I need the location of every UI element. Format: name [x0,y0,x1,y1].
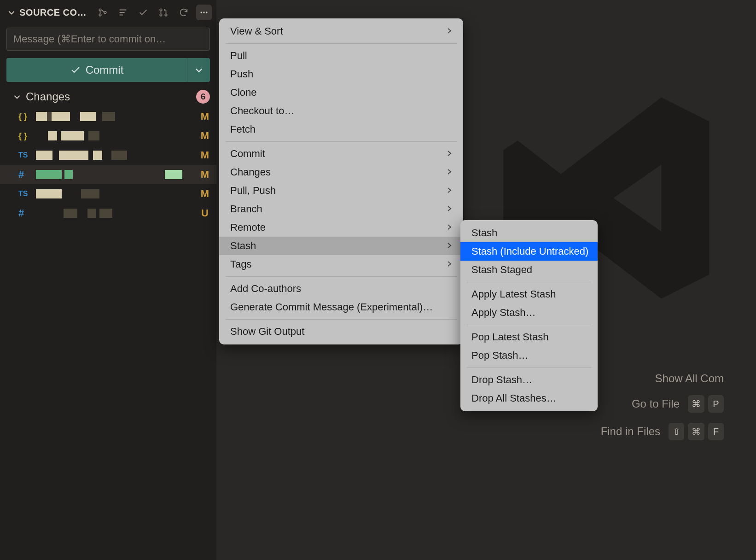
menu-item-label: Pop Stash… [471,350,529,362]
file-name-redacted [36,169,195,180]
menu-item[interactable]: Drop Stash… [460,371,598,389]
menu-item-label: Tags [230,258,251,270]
file-row[interactable]: { } M [0,126,216,146]
shortcut-label: Show All Com [655,372,724,385]
menu-item[interactable]: Add Co-authors [219,280,463,298]
menu-item-label: Checkout to… [230,105,294,117]
menu-item-label: Drop All Stashes… [471,392,557,404]
changes-count-badge: 6 [196,90,210,104]
file-row[interactable]: { } M [0,107,216,126]
menu-item[interactable]: View & Sort [219,22,463,41]
menu-item[interactable]: Stash [460,224,598,242]
file-row[interactable]: TS M [0,184,216,204]
shortcut-row: Go to File ⌘ P [632,395,724,413]
submenu-arrow-icon [447,222,452,233]
changes-section-header[interactable]: Changes 6 [0,87,216,107]
collapse-panel-icon[interactable] [7,8,16,17]
key: F [708,423,724,440]
menu-item-label: Pull [230,50,247,62]
menu-item-label: Push [230,68,253,80]
commit-message-input[interactable] [6,28,210,51]
file-status-modified: M [200,111,210,122]
menu-item[interactable]: Apply Stash… [460,303,598,322]
panel-header: SOURCE CO… [0,0,216,25]
menu-item[interactable]: Pull [219,47,463,65]
shortcut-label: Find in Files [601,425,660,438]
file-row[interactable]: TS M [0,146,216,165]
checkmark-icon[interactable] [137,6,149,18]
menu-item-label: Remote [230,222,266,233]
menu-item[interactable]: Show Git Output [219,322,463,341]
stash-submenu: StashStash (Include Untracked)Stash Stag… [460,220,598,411]
file-name-redacted [36,150,195,160]
menu-item-label: Clone [230,87,256,99]
key: ⇧ [669,423,684,440]
svg-point-8 [206,12,207,13]
file-row[interactable]: # M [0,165,216,184]
view-graph-icon[interactable] [97,6,109,18]
submenu-arrow-icon [447,258,452,270]
refresh-icon[interactable] [178,6,190,18]
menu-item-label: View & Sort [230,25,283,37]
welcome-shortcuts: Show All Com Go to File ⌘ P Find in File… [601,372,724,440]
svg-point-1 [99,14,101,16]
create-pr-icon[interactable] [157,6,169,18]
menu-item-label: Pop Latest Stash [471,331,549,343]
menu-item-label: Stash [471,227,497,239]
menu-item[interactable]: Stash [219,237,463,255]
commit-button[interactable]: Commit [6,58,187,82]
menu-item[interactable]: Clone [219,83,463,102]
ts-icon: TS [18,151,31,159]
svg-point-4 [160,14,162,16]
menu-item-label: Stash Staged [471,264,532,276]
commit-message-wrap [0,25,216,53]
panel-action-icons [97,6,190,18]
menu-item[interactable]: Stash Staged [460,261,598,279]
commit-dropdown-button[interactable] [187,58,210,82]
menu-item[interactable]: Changes [219,163,463,181]
svg-point-0 [99,9,101,11]
more-actions-button[interactable] [196,5,212,20]
menu-item[interactable]: Pop Latest Stash [460,328,598,346]
menu-item[interactable]: Branch [219,200,463,218]
menu-item-label: Show Git Output [230,326,304,338]
menu-item[interactable]: Pop Stash… [460,346,598,365]
svg-point-3 [160,9,162,11]
menu-item[interactable]: Generate Commit Message (Experimental)… [219,298,463,316]
shortcut-row: Show All Com [655,372,724,385]
list-icon[interactable] [117,6,129,18]
menu-item[interactable]: Pull, Push [219,181,463,200]
menu-item[interactable]: Push [219,65,463,83]
svg-point-7 [203,12,204,13]
commit-button-row: Commit [0,53,216,87]
submenu-arrow-icon [447,240,452,252]
menu-item[interactable]: Apply Latest Stash [460,285,598,303]
svg-point-2 [104,12,106,14]
file-row[interactable]: # U [0,204,216,223]
menu-item-label: Stash (Include Untracked) [471,245,588,257]
key: P [708,395,724,413]
shortcut-label: Go to File [632,397,680,410]
submenu-arrow-icon [447,203,452,215]
ts-icon: TS [18,190,31,198]
menu-item[interactable]: Remote [219,218,463,237]
menu-item-label: Changes [230,166,271,178]
menu-item[interactable]: Stash (Include Untracked) [460,242,598,261]
svg-point-6 [201,12,202,13]
app-root: SOURCE CO… [0,0,756,560]
menu-item[interactable]: Tags [219,255,463,274]
changes-file-list: { } M { } M TS M [0,107,216,223]
menu-item[interactable]: Fetch [219,120,463,139]
menu-item[interactable]: Commit [219,145,463,163]
menu-item[interactable]: Checkout to… [219,102,463,120]
commit-button-label: Commit [86,64,124,76]
menu-item-label: Apply Stash… [471,307,535,319]
shortcut-keys: ⇧ ⌘ F [669,423,724,440]
hash-icon: # [18,207,31,219]
file-name-redacted [36,111,195,122]
menu-item[interactable]: Drop All Stashes… [460,389,598,408]
menu-item-label: Pull, Push [230,185,276,197]
key: ⌘ [688,423,704,440]
menu-item-label: Generate Commit Message (Experimental)… [230,301,433,313]
submenu-arrow-icon [447,25,452,37]
